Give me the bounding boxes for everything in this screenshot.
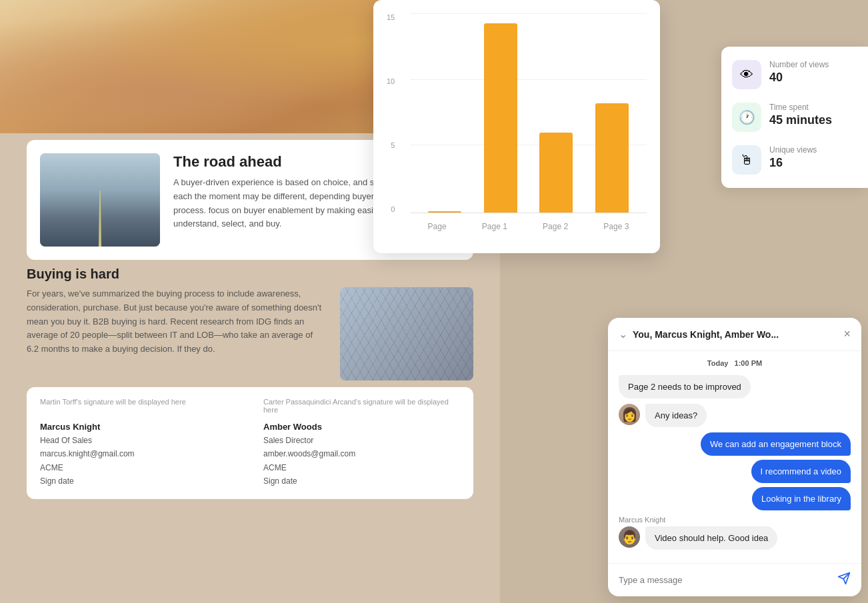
time-icon: 🕐	[732, 103, 761, 132]
sig-person-1: Marcus Knight Head Of Sales marcus.knigh…	[40, 422, 237, 488]
bubble-reply: Video should help. Good idea	[645, 526, 777, 550]
sig-company-1: ACME	[40, 461, 237, 474]
bar-page3	[595, 103, 629, 213]
reply-section: Marcus Knight 👨 Video should help. Good …	[619, 516, 851, 550]
chart-panel: 15 10 5 0 Page	[373, 0, 660, 253]
views-label: Number of views	[769, 60, 829, 69]
chart-bars	[410, 13, 647, 213]
stat-unique: 🖱 Unique views 16	[732, 145, 857, 175]
sig-company-2: ACME	[263, 461, 460, 474]
reply-sender-name: Marcus Knight	[619, 516, 851, 524]
sig-signdate-1: Sign date	[40, 474, 237, 488]
bar-page1	[484, 23, 517, 213]
sig-email-1: marcus.knight@gmail.com	[40, 447, 237, 460]
sig-title-2: Sales Director	[263, 434, 460, 447]
sig-persons: Marcus Knight Head Of Sales marcus.knigh…	[40, 422, 460, 488]
views-value: 40	[769, 71, 829, 85]
timestamp-time: 1:00 PM	[735, 359, 763, 367]
x-label-page2: Page 2	[543, 222, 568, 231]
buying-body: For years, we've summarized the buying p…	[27, 287, 327, 380]
chat-participants: You, Marcus Knight, Amber Wo...	[633, 329, 779, 340]
bubble-sent-3: Looking in the library	[752, 487, 851, 510]
chat-timestamp: Today 1:00 PM	[619, 359, 851, 367]
sig-email-2: amber.woods@gmail.com	[263, 447, 460, 460]
sig-name-2: Amber Woods	[263, 422, 460, 432]
bubble-received-1: Page 2 needs to be improved	[619, 375, 751, 398]
unique-text: Unique views 16	[769, 145, 817, 170]
views-text: Number of views 40	[769, 60, 829, 85]
sig-header-1: Martin Torff's signature will be display…	[40, 398, 237, 414]
reply-message: 👨 Video should help. Good idea	[619, 526, 851, 550]
timestamp-day: Today	[707, 359, 729, 367]
unique-label: Unique views	[769, 145, 817, 155]
sig-header-2: Carter Passaquindici Arcand's signature …	[263, 398, 460, 414]
hexagon-image	[340, 287, 473, 380]
views-icon: 👁	[732, 60, 761, 89]
sig-title-1: Head Of Sales	[40, 434, 237, 447]
sig-signdate-2: Sign date	[263, 474, 460, 488]
buying-section: Buying is hard For years, we've summariz…	[27, 267, 473, 380]
sig-name-1: Marcus Knight	[40, 422, 237, 432]
chat-input-area	[608, 563, 861, 596]
chat-header-left: ⌄ You, Marcus Knight, Amber Wo...	[619, 328, 779, 340]
road-image	[40, 153, 160, 247]
message-1: Page 2 needs to be improved	[619, 375, 851, 398]
x-label-page: Page	[428, 222, 447, 231]
chat-input[interactable]	[619, 575, 831, 585]
buying-title: Buying is hard	[27, 267, 473, 282]
x-label-page1: Page 1	[482, 222, 507, 231]
message-2: 👩 Any ideas?	[619, 404, 851, 427]
bubble-received-2: Any ideas?	[645, 404, 707, 427]
bar-page	[428, 211, 461, 213]
x-label-page3: Page 3	[603, 222, 629, 231]
chevron-down-icon[interactable]: ⌄	[619, 328, 627, 340]
avatar-amber: 👩	[619, 404, 640, 425]
send-button[interactable]	[837, 572, 851, 588]
signature-section: Martin Torff's signature will be display…	[27, 387, 473, 499]
buying-content: For years, we've summarized the buying p…	[27, 287, 473, 380]
bubble-sent-1: We can add an engagement block	[701, 432, 851, 456]
stat-views: 👁 Number of views 40	[732, 60, 857, 89]
unique-value: 16	[769, 156, 817, 170]
close-icon[interactable]: ×	[843, 327, 851, 341]
sig-person-2: Amber Woods Sales Director amber.woods@g…	[263, 422, 460, 488]
time-value: 45 minutes	[769, 113, 832, 127]
time-text: Time spent 45 minutes	[769, 103, 832, 127]
chat-panel: ⌄ You, Marcus Knight, Amber Wo... × Toda…	[608, 318, 861, 596]
stats-panel: 👁 Number of views 40 🕐 Time spent 45 min…	[721, 47, 868, 188]
stat-time: 🕐 Time spent 45 minutes	[732, 103, 857, 132]
bar-page2	[539, 133, 573, 213]
chart-y-labels: 15 10 5 0	[387, 13, 400, 213]
unique-icon: 🖱	[732, 145, 761, 175]
sent-messages-group: We can add an engagement block I recomme…	[619, 432, 851, 510]
sig-headers: Martin Torff's signature will be display…	[40, 398, 460, 414]
chart-container: 15 10 5 0 Page	[387, 13, 647, 240]
y-label-15: 15	[387, 13, 395, 21]
chart-area	[410, 13, 647, 213]
chat-messages: Today 1:00 PM Page 2 needs to be improve…	[608, 351, 861, 563]
time-label: Time spent	[769, 103, 832, 112]
y-label-10: 10	[387, 77, 395, 85]
chart-x-labels: Page Page 1 Page 2 Page 3	[410, 213, 647, 240]
bubble-sent-2: I recommend a video	[751, 460, 851, 483]
y-label-5: 5	[391, 141, 395, 149]
chat-header: ⌄ You, Marcus Knight, Amber Wo... ×	[608, 318, 861, 351]
y-label-0: 0	[391, 205, 395, 213]
avatar-marcus: 👨	[619, 526, 640, 548]
